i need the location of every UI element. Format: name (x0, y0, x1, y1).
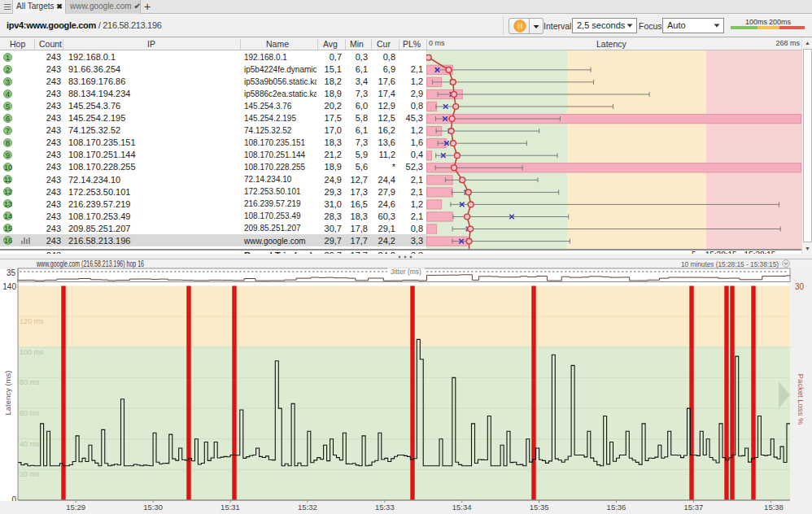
svg-text:15:30: 15:30 (143, 503, 163, 512)
svg-text:60 ms: 60 ms (20, 409, 40, 417)
svg-text:Packet Loss %: Packet Loss % (797, 374, 805, 425)
svg-text:20 ms: 20 ms (20, 470, 40, 478)
svg-text:Latency (ms): Latency (ms) (3, 371, 12, 416)
svg-text:30: 30 (795, 282, 805, 291)
svg-text:140: 140 (2, 282, 16, 291)
svg-text:www.google.com (216.58.213.196: www.google.com (216.58.213.196) hop 16 (36, 259, 144, 268)
svg-text:15:38: 15:38 (764, 503, 784, 512)
svg-text:15:35: 15:35 (530, 503, 549, 512)
svg-text:100 ms: 100 ms (20, 348, 44, 356)
svg-text:80 ms: 80 ms (20, 378, 40, 386)
svg-text:120 ms: 120 ms (20, 317, 44, 325)
svg-text:35: 35 (7, 268, 16, 277)
svg-text:10 minutes (15:28:15 - 15:38:1: 10 minutes (15:28:15 - 15:38:15) (681, 259, 779, 268)
svg-text:40 ms: 40 ms (20, 440, 40, 448)
svg-text:15:36: 15:36 (607, 503, 626, 512)
svg-text:15:32: 15:32 (298, 503, 317, 512)
svg-text:Jitter (ms): Jitter (ms) (391, 268, 421, 276)
svg-text:15:37: 15:37 (684, 503, 704, 512)
svg-text:15:33: 15:33 (375, 503, 395, 512)
svg-text:15:29: 15:29 (66, 503, 85, 512)
svg-text:15:31: 15:31 (220, 503, 240, 512)
svg-text:15:34: 15:34 (452, 503, 472, 512)
